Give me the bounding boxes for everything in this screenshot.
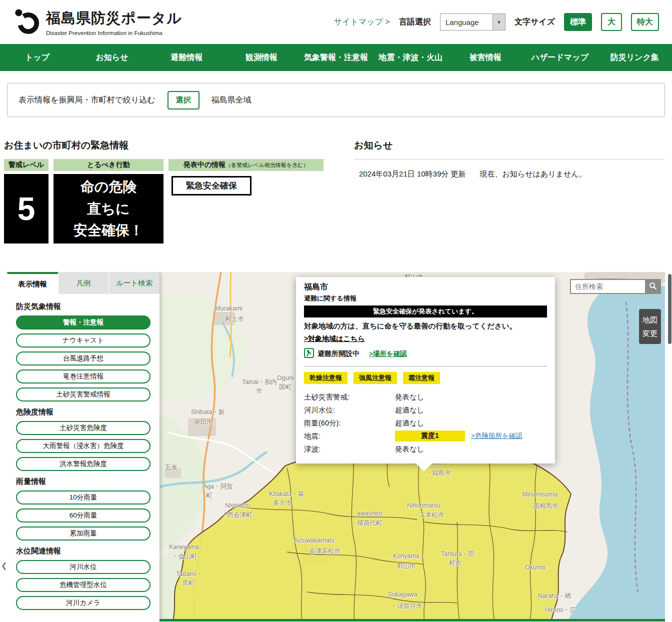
map-label: Kitakata・喜 [269, 490, 304, 498]
language-label: 言語選択 [399, 17, 431, 28]
region-select-button[interactable]: 選択 [168, 91, 200, 110]
news-updated-timestamp: 2024年03月21日 10時39分 更新 [359, 170, 466, 179]
row-rain-60min: 雨量(60分): 超過なし [304, 416, 547, 430]
news-heading: お知らせ [354, 139, 665, 160]
layer-river-camera-button[interactable]: 河川カメラ [16, 596, 150, 610]
fukushima-portal-logo-icon [13, 7, 41, 37]
alert-level-value: 5 [4, 174, 48, 244]
seismic-intensity-badge: 震度1 [395, 430, 465, 442]
fontsize-xlarge-button[interactable]: 特大 [631, 13, 659, 31]
region-filter-bar: 表示情報を振興局・市町村で絞り込む 選択 福島県全域 [7, 83, 665, 117]
advisory-badge-frost: 霜注意報 [403, 372, 440, 384]
map-label: Aizuwakamats [294, 537, 334, 544]
row-landslide-warning: 土砂災害警戒: 発表なし [304, 390, 547, 404]
layer-crisis-water-level-button[interactable]: 危機管理型水位 [16, 578, 150, 592]
map-label: Minamisoma [522, 491, 558, 498]
target-area-link[interactable]: >対象地域はこちら [304, 334, 365, 344]
map-popup: 福島市 避難に関する情報 緊急安全確保が発表されています。 対象地域の方は、直ち… [296, 277, 555, 464]
emergency-safety-badge: 緊急安全確保 [172, 176, 252, 196]
map-label: Murakami [215, 305, 242, 312]
nav-hazard-map[interactable]: ハザードマップ [522, 44, 597, 71]
map-label: Tadami・ [176, 570, 202, 578]
address-search-input[interactable] [570, 279, 645, 294]
layer-rain-cumulative-button[interactable]: 累加雨量 [16, 526, 150, 540]
nav-damage-info[interactable]: 被害情報 [448, 44, 522, 71]
shelter-status: 避難所開設中 [318, 350, 360, 358]
alert-level-label: 警戒レベル [4, 159, 48, 171]
site-title: 福島県防災ポータル [46, 8, 182, 28]
nav-news[interactable]: お知らせ [74, 44, 149, 71]
layer-warning-advisory-button[interactable]: 警報・注意報 [16, 316, 150, 330]
layer-rain-60min-button[interactable]: 60分雨量 [16, 508, 150, 522]
map-label: 国町 [279, 383, 292, 392]
nav-weather-warnings[interactable]: 気象警報・注意報 [298, 44, 373, 71]
map-canvas[interactable]: 村山市IshinomakiMurakami・村上市Tainai・胎内市Oguni… [7, 272, 665, 622]
map-label: Kaneyama [169, 544, 199, 550]
nav-observation-info[interactable]: 観測情報 [224, 44, 298, 71]
issued-info-label: 発表中の情報（各警戒レベル相当情報を含む） [168, 159, 324, 171]
danger-spots-link[interactable]: >危険箇所を確認 [471, 432, 522, 440]
nav-disaster-links[interactable]: 防災リンク集 [598, 44, 672, 71]
region-filter-label: 表示情報を振興局・市町村で絞り込む [18, 95, 156, 106]
site-logo-link[interactable]: 福島県防災ポータル Disaster Prevention Informatio… [13, 7, 182, 37]
layer-landslide-risk-button[interactable]: 土砂災害危険度 [16, 421, 150, 435]
map-label: ・会津若松市 [303, 547, 340, 556]
main-nav: トップ お知らせ 避難情報 観測情報 気象警報・注意報 地震・津波・火山 被害情… [0, 44, 672, 71]
address-search-button[interactable] [645, 279, 661, 294]
layer-tornado-advisory-button[interactable]: 竜巻注意情報 [16, 370, 150, 384]
language-select[interactable]: Language ▼ [440, 14, 506, 30]
language-select-value: Language [440, 18, 492, 26]
nav-top[interactable]: トップ [0, 44, 74, 71]
layer-river-level-button[interactable]: 河川水位 [16, 560, 150, 574]
map-label: Okuma [525, 564, 545, 571]
map-label: 市 [256, 387, 262, 396]
map-change-button[interactable]: 地図 変更 [639, 309, 661, 344]
popup-city-title: 福島市 [304, 282, 547, 292]
sitemap-link[interactable]: サイトマップ > [334, 17, 390, 28]
map-label: 発田市 [194, 418, 213, 426]
map-label: Tainai・胎内 [242, 378, 277, 386]
map-label: ・猪苗代町 [351, 519, 382, 528]
layer-typhoon-track-button[interactable]: 台風進路予想 [16, 352, 150, 366]
map-label: awashiro [357, 510, 382, 517]
map-label: ・村上市 [219, 315, 244, 324]
fontsize-label: 文字サイズ [514, 17, 555, 28]
map-label: 村市 [449, 559, 462, 568]
chevron-down-icon: ▼ [492, 14, 505, 30]
shelter-location-link[interactable]: >場所を確認 [369, 350, 407, 358]
section-water-level-info: 水位関連情報 [16, 546, 150, 556]
sidebar-collapse-chevron[interactable]: ❮ [1, 561, 8, 570]
tab-legend[interactable]: 凡例 [58, 272, 109, 294]
nav-earthquake-tsunami-volcano[interactable]: 地震・津波・火山 [374, 44, 448, 71]
page-scrollbar-thumb[interactable] [668, 274, 672, 344]
map-label: Sukagawa [388, 591, 417, 598]
popup-instruction: 対象地域の方は、直ちに命を守る最善の行動を取ってください。 [304, 322, 547, 331]
layer-heavyrain-flood-risk-button[interactable]: 大雨警報（浸水害）危険度 [16, 439, 150, 453]
map-label: Hirono・広 [545, 606, 576, 614]
evacuation-shelter-icon [304, 348, 314, 360]
layer-nowcast-button[interactable]: ナウキャスト [16, 334, 150, 348]
map-label: ・二本松市 [413, 511, 444, 520]
map-label: Tamura・田 [441, 550, 474, 558]
section-rainfall-info: 雨量情報 [16, 477, 150, 486]
map-label: Nihonmatsu [407, 502, 440, 509]
fontsize-large-button[interactable]: 大 [601, 13, 622, 31]
map-label: 郡山市 [397, 562, 416, 570]
action-label: とるべき行動 [54, 159, 164, 171]
layer-landslide-warning-button[interactable]: 土砂災害警戒情報 [16, 388, 150, 402]
popup-subtitle: 避難に関する情報 [304, 294, 547, 303]
row-river-level: 河川水位: 超過なし [304, 404, 547, 416]
section-weather-info: 防災気象情報 [16, 302, 150, 312]
tab-route-search[interactable]: ルート検索 [108, 272, 160, 294]
address-search [570, 279, 661, 294]
layer-flood-warning-risk-button[interactable]: 洪水警報危険度 [16, 457, 150, 471]
tab-display-info[interactable]: 表示情報 [7, 272, 58, 294]
advisory-badge-dry: 乾燥注意報 [304, 372, 348, 384]
fontsize-standard-button[interactable]: 標準 [564, 13, 592, 31]
advisory-badge-wind: 強風注意報 [354, 372, 397, 384]
nav-evacuation-info[interactable]: 避難情報 [150, 44, 224, 71]
map-label: 町 [206, 492, 212, 500]
map-label: ・西会津町 [221, 511, 252, 520]
map-label: Aga・阿賀 [203, 482, 233, 491]
layer-rain-10min-button[interactable]: 10分雨量 [16, 490, 150, 504]
